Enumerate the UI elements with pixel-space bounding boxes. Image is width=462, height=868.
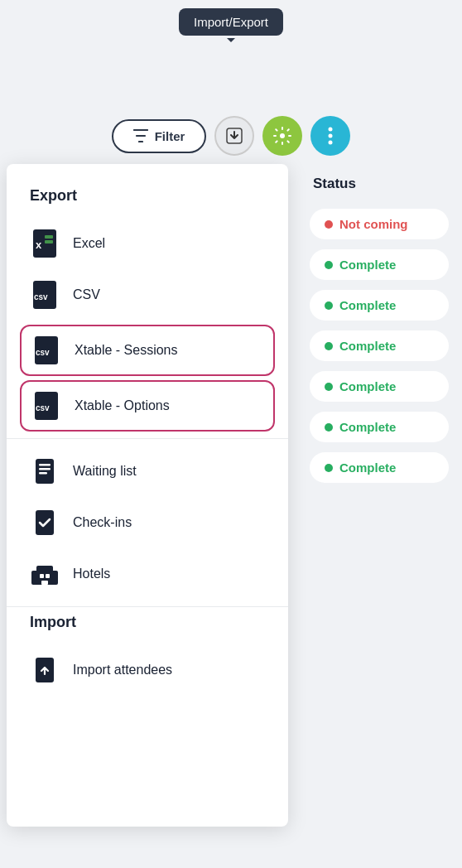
more-options-button[interactable]: [310, 116, 350, 156]
status-badge-complete-6: Complete: [310, 452, 449, 483]
export-section-title: Export: [7, 187, 288, 218]
status-label-complete-4: Complete: [339, 379, 396, 393]
dropdown-panel: Export x Excel csv CSV: [7, 164, 288, 827]
svg-rect-16: [39, 464, 51, 466]
import-attendees-label: Import attendees: [73, 663, 172, 678]
status-badge-complete-4: Complete: [310, 371, 449, 402]
svg-rect-22: [40, 574, 44, 578]
svg-rect-24: [41, 581, 48, 585]
menu-item-import-attendees[interactable]: Import attendees: [7, 644, 288, 696]
main-layout: Export x Excel csv CSV: [0, 164, 462, 827]
xtable-sessions-icon: csv: [31, 335, 61, 365]
menu-item-waiting-list[interactable]: Waiting list: [7, 446, 288, 497]
download-button[interactable]: [214, 116, 254, 156]
svg-text:csv: csv: [36, 403, 50, 412]
import-export-tooltip: Import/Export: [179, 8, 283, 36]
divider-1: [7, 438, 288, 439]
status-label-complete-1: Complete: [339, 258, 396, 272]
menu-item-excel[interactable]: x Excel: [7, 218, 288, 269]
menu-item-xtable-sessions[interactable]: csv Xtable - Sessions: [20, 325, 275, 376]
status-badge-complete-5: Complete: [310, 412, 449, 442]
status-label-complete-3: Complete: [339, 339, 396, 353]
status-badge-not-coming: Not coming: [310, 209, 449, 239]
divider-2: [7, 606, 288, 607]
status-badge-complete-3: Complete: [310, 330, 449, 361]
svg-point-3: [329, 134, 333, 138]
status-label-not-coming: Not coming: [339, 217, 408, 231]
status-label-complete-6: Complete: [339, 461, 396, 475]
menu-item-hotels[interactable]: Hotels: [7, 548, 288, 600]
dot-green-4: [325, 383, 333, 391]
svg-point-2: [329, 128, 333, 132]
xtable-sessions-label: Xtable - Sessions: [75, 343, 178, 358]
hotels-icon: [30, 559, 60, 589]
menu-item-csv[interactable]: csv CSV: [7, 269, 288, 321]
svg-rect-7: [45, 235, 53, 239]
svg-rect-17: [39, 468, 51, 470]
status-badge-complete-2: Complete: [310, 290, 449, 321]
status-label-complete-2: Complete: [339, 298, 396, 312]
menu-item-check-ins[interactable]: Check-ins: [7, 497, 288, 548]
dot-green-5: [325, 423, 333, 432]
svg-rect-23: [46, 574, 50, 578]
check-ins-icon: [30, 508, 60, 538]
waiting-list-icon: [30, 456, 60, 486]
settings-button[interactable]: [262, 116, 302, 156]
svg-text:x: x: [36, 239, 42, 251]
status-column: Status Not coming Complete Complete Comp…: [296, 164, 462, 488]
svg-text:csv: csv: [34, 292, 48, 301]
waiting-list-label: Waiting list: [73, 464, 137, 479]
svg-rect-18: [39, 472, 47, 475]
status-badge-complete-1: Complete: [310, 249, 449, 280]
dot-red: [325, 220, 333, 229]
status-header: Status: [296, 164, 462, 204]
svg-rect-15: [36, 459, 54, 484]
dot-green-2: [325, 301, 333, 310]
import-section-title: Import: [7, 614, 288, 644]
dot-green-6: [325, 464, 333, 472]
settings-icon: [272, 126, 292, 146]
excel-label: Excel: [73, 236, 105, 251]
filter-button[interactable]: Filter: [112, 119, 207, 153]
filter-icon: [133, 129, 148, 142]
check-ins-label: Check-ins: [73, 515, 132, 530]
dot-green-3: [325, 342, 333, 350]
more-dots-icon: [328, 127, 333, 145]
dot-green-1: [325, 261, 333, 269]
hotels-label: Hotels: [73, 567, 110, 581]
menu-item-xtable-options[interactable]: csv Xtable - Options: [20, 380, 275, 432]
svg-point-1: [280, 133, 285, 138]
svg-point-4: [329, 141, 333, 145]
csv-label: CSV: [73, 287, 100, 302]
csv-icon: csv: [30, 280, 60, 310]
svg-text:csv: csv: [36, 348, 50, 357]
svg-rect-8: [45, 240, 53, 244]
status-label-complete-5: Complete: [339, 420, 396, 434]
xtable-options-label: Xtable - Options: [75, 398, 170, 413]
excel-icon: x: [30, 229, 60, 258]
filter-label: Filter: [155, 129, 185, 143]
toolbar: Filter: [0, 66, 462, 164]
download-icon: [225, 127, 243, 145]
svg-rect-19: [36, 510, 54, 535]
xtable-options-icon: csv: [31, 391, 61, 421]
import-attendees-icon: [30, 655, 60, 685]
